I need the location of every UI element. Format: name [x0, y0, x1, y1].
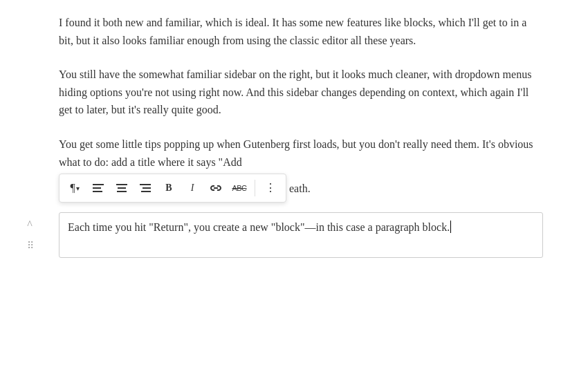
content-area: I found it both new and familiar, which …	[59, 0, 543, 258]
align-right-icon	[140, 184, 151, 192]
paragraph-1: I found it both new and familiar, which …	[59, 14, 543, 49]
active-block-wrapper: ^ ⠿ Each time you hit "Return", you crea…	[59, 212, 543, 258]
svg-rect-2	[93, 191, 102, 192]
svg-rect-4	[118, 187, 126, 189]
block-drag-handle[interactable]: ⠿	[21, 237, 38, 254]
paragraph-3-text-after: eath.	[289, 180, 311, 198]
active-paragraph-block[interactable]: Each time you hit "Return", you create a…	[59, 212, 543, 258]
svg-rect-3	[116, 184, 127, 185]
align-center-icon	[116, 184, 127, 192]
paragraph-type-button[interactable]: ¶ ▾	[64, 177, 86, 199]
abc-button[interactable]: ABC	[228, 177, 250, 199]
svg-rect-5	[117, 191, 127, 192]
block-toolbar-row: ¶ ▾	[59, 174, 543, 207]
svg-rect-8	[141, 191, 151, 192]
abc-label: ABC	[232, 184, 246, 192]
block-side-controls: ^ ⠿	[21, 216, 38, 254]
link-icon	[210, 183, 222, 193]
text-cursor	[450, 221, 451, 233]
link-button[interactable]	[205, 177, 227, 199]
toolbar-separator	[255, 180, 255, 196]
align-left-icon	[93, 184, 104, 192]
block-toolbar: ¶ ▾	[59, 174, 286, 203]
svg-rect-1	[93, 187, 101, 189]
active-block-text[interactable]: Each time you hit "Return", you create a…	[68, 218, 534, 252]
editor-container: I found it both new and familiar, which …	[0, 0, 588, 392]
align-center-button[interactable]	[111, 177, 133, 199]
content-outer-wrapper: I found it both new and familiar, which …	[0, 0, 588, 258]
align-left-button[interactable]	[87, 177, 109, 199]
italic-button[interactable]: I	[181, 177, 203, 199]
align-right-button[interactable]	[134, 177, 156, 199]
svg-rect-0	[93, 184, 104, 185]
paragraph-3-text-before: You get some little tips popping up when…	[59, 136, 543, 171]
dropdown-arrow-icon: ▾	[76, 185, 80, 192]
paragraph-3-block: You get some little tips popping up when…	[59, 136, 543, 207]
svg-rect-7	[143, 187, 151, 189]
more-options-button[interactable]: ⋮	[259, 177, 282, 199]
bold-button[interactable]: B	[158, 177, 180, 199]
more-icon: ⋮	[265, 183, 277, 194]
paragraph-2: You still have the somewhat familiar sid…	[59, 66, 543, 119]
svg-rect-6	[140, 184, 151, 185]
block-move-up-button[interactable]: ^	[21, 216, 38, 233]
